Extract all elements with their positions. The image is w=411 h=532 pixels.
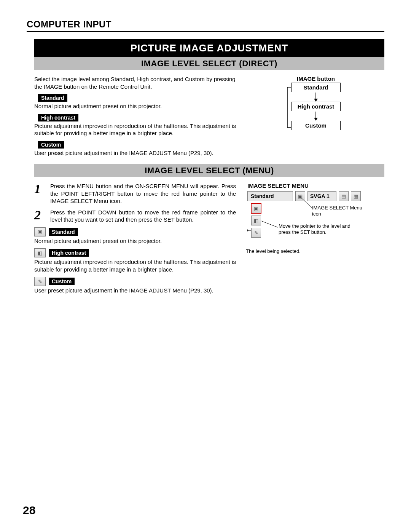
section-direct-title: IMAGE LEVEL SELECT (DIRECT) [34,57,384,70]
step-1-number: 1 [34,182,44,205]
osd-menu-diagram: Standard ▣ SVGA 1 ▤ ▦ ▣ ◧ ✎ IMAGE SELECT… [247,191,373,256]
page-number: 28 [23,504,35,517]
osd-mode-box: Standard [247,191,293,201]
tag-custom: Custom [38,141,64,149]
desc-standard: Normal picture adjustment preset on this… [34,102,236,110]
osd-resolution-box: SVGA 1 [307,191,336,201]
tag-menu-high-contrast: High contrast [49,249,89,257]
flow-step-custom: Custom [291,121,341,130]
tag-menu-custom: Custom [49,278,75,285]
osd-vert-standard-icon: ▣ [251,203,261,213]
osd-vert-high-contrast-icon: ◧ [251,216,261,225]
flow-step-high-contrast: High contrast [291,102,341,111]
step-2-number: 2 [34,209,44,224]
tag-menu-standard: Standard [49,228,78,236]
section-menu-title: IMAGE LEVEL SELECT (MENU) [34,164,384,177]
flow-title: IMAGE button [247,75,384,82]
standard-icon: ▣ [34,227,46,236]
section-direct-intro: Select the image level among Standard, H… [34,75,236,90]
svg-line-6 [261,221,278,227]
desc-high-contrast: Picture adjustment improved in reproduct… [34,122,236,137]
osd-icon-image-select: ▣ [295,191,305,201]
osd-icon-aux1: ▤ [339,191,349,201]
callout-pointer: Move the pointer to the level and press … [279,223,362,236]
osd-icon-aux2: ▦ [351,191,361,201]
chapter-title: PICTURE IMAGE ADJUSTMENT [34,39,384,57]
desc-menu-custom: User preset picture adjustment in the IM… [34,287,236,294]
desc-custom: User preset picture adjustment in the IM… [34,149,236,157]
page-header-title: COMPUTER INPUT [27,19,384,30]
custom-icon: ✎ [34,277,46,286]
svg-marker-4 [314,118,318,121]
high-contrast-icon: ◧ [34,248,46,257]
svg-point-8 [247,230,249,232]
step-2-text: Press the POINT DOWN button to move the … [50,209,236,224]
svg-marker-2 [314,99,318,102]
osd-vert-custom-icon: ✎ [251,228,261,238]
tag-standard: Standard [38,94,67,102]
desc-menu-high-contrast: Picture adjustment improved in reproduct… [34,258,236,273]
callout-icon: IMAGE SELECT Menu icon [312,205,365,217]
step-1-text: Press the MENU button and the ON-SCREEN … [50,182,236,205]
header-rule [27,31,384,33]
step-1: 1 Press the MENU button and the ON-SCREE… [34,182,236,205]
osd-title: IMAGE SELECT MENU [247,182,384,189]
tag-high-contrast: High contrast [38,114,78,121]
desc-menu-standard: Normal picture adjustment preset on this… [34,237,236,245]
flow-step-standard: Standard [291,83,341,92]
step-2: 2 Press the POINT DOWN button to move th… [34,209,236,224]
callout-select: The level being selected. [246,248,341,254]
